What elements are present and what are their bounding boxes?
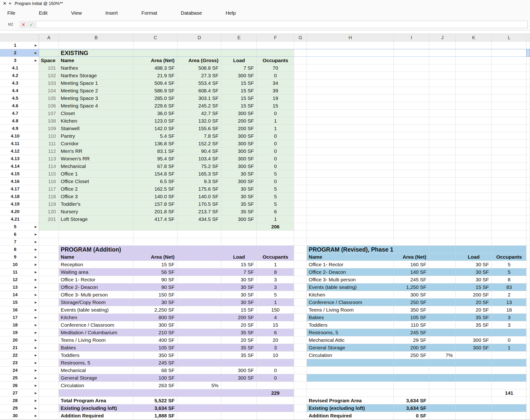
cell[interactable]: 20 SF — [456, 306, 492, 314]
cell[interactable]: 106 — [39, 102, 59, 110]
cell[interactable]: 3 — [492, 321, 527, 329]
row-header[interactable]: 4.17 — [0, 185, 39, 193]
cell[interactable]: 19 — [257, 94, 294, 102]
cell[interactable]: Narthex — [59, 64, 133, 72]
cell[interactable]: 508.8 SF — [177, 64, 221, 72]
cell[interactable]: 0 — [257, 367, 294, 374]
cell[interactable]: 0 — [257, 163, 294, 170]
cell[interactable]: 120 — [39, 208, 59, 215]
row-header[interactable]: 4.14 — [0, 163, 39, 170]
row-disclosure-icon[interactable]: ▶ — [35, 306, 37, 314]
cell[interactable]: 210 SF — [133, 329, 177, 336]
cell[interactable]: Office 3- Multi person — [307, 276, 394, 284]
cell[interactable]: 15 SF — [133, 261, 177, 268]
cell[interactable]: 35 SF — [221, 344, 257, 351]
cell[interactable]: 7 SF — [221, 268, 257, 276]
row-disclosure-icon[interactable]: ▶ — [35, 412, 37, 420]
cell[interactable]: 132.0 SF — [177, 117, 221, 125]
cell[interactable]: 104 — [39, 87, 59, 94]
cell[interactable]: 115 — [39, 170, 59, 178]
cell[interactable]: 0 — [257, 72, 294, 79]
cell[interactable]: 1 — [257, 261, 294, 268]
cell[interactable]: 111 — [39, 140, 59, 147]
row-disclosure-icon[interactable]: ▶ — [35, 261, 37, 268]
cell[interactable]: 140.0 SF — [177, 193, 221, 200]
selected-cell[interactable] — [527, 49, 530, 57]
cell[interactable]: 1 — [257, 299, 294, 306]
row-header[interactable]: 12▶ — [0, 276, 39, 284]
cell[interactable]: Revised Program Area — [307, 397, 394, 405]
cell[interactable]: 5 — [257, 170, 294, 178]
row-header[interactable]: 18▶ — [0, 321, 39, 329]
cell[interactable]: Name — [59, 253, 133, 261]
row-header[interactable]: 6▶ — [0, 231, 39, 238]
cell[interactable]: 0 — [257, 140, 294, 147]
cell[interactable]: 15 SF — [456, 284, 492, 291]
cell[interactable]: 5,522 SF — [133, 397, 177, 405]
cell[interactable]: Office 2- Deacon — [307, 268, 394, 276]
cell[interactable]: Women's RR — [59, 155, 133, 163]
cell[interactable]: 553.4 SF — [177, 79, 221, 87]
cell[interactable]: 105 — [39, 94, 59, 102]
cell[interactable]: 20 SF — [456, 299, 492, 306]
cell[interactable]: PROGRAM (Revised), Phase 1 — [307, 246, 394, 253]
row-header[interactable]: 4.12 — [0, 147, 39, 155]
cell[interactable]: 7% — [429, 351, 456, 359]
row-header[interactable]: 26▶ — [0, 382, 39, 389]
row-header[interactable]: 22▶ — [0, 351, 39, 359]
cell[interactable]: 95.4 SF — [133, 155, 177, 163]
cell[interactable]: 165.3 SF — [177, 170, 221, 178]
cell[interactable]: Meeting Space 4 — [59, 102, 133, 110]
row-disclosure-icon[interactable]: ▶ — [35, 268, 37, 276]
row-header[interactable]: 19▶ — [0, 329, 39, 336]
row-disclosure-icon[interactable]: ▶ — [35, 231, 37, 238]
column-header[interactable]: A — [39, 34, 59, 42]
cell[interactable]: 0 SF — [394, 412, 429, 420]
cell[interactable]: Meeting Space 3 — [59, 94, 133, 102]
row-disclosure-icon[interactable]: ▶ — [35, 253, 37, 261]
cell[interactable]: Space — [39, 57, 59, 64]
row-disclosure-icon[interactable]: ▶ — [35, 284, 37, 291]
cell[interactable]: 0 — [257, 132, 294, 140]
cell[interactable]: Office Closet — [59, 178, 133, 185]
cell[interactable]: 109 — [39, 125, 59, 132]
cell[interactable]: 4 — [257, 314, 294, 321]
cell[interactable]: Mechanical Attic — [307, 336, 394, 344]
cell[interactable]: 175.6 SF — [177, 185, 221, 193]
cell[interactable]: 107 — [39, 110, 59, 117]
cell[interactable]: 3 — [257, 284, 294, 291]
cell[interactable]: 300 SF — [456, 344, 492, 351]
cell[interactable]: 245.2 SF — [177, 102, 221, 110]
cell[interactable]: 300 SF — [133, 321, 177, 329]
cell[interactable]: 1 — [492, 344, 527, 351]
cell[interactable]: Corridor — [59, 140, 133, 147]
cell[interactable]: 34 — [257, 79, 294, 87]
cell[interactable]: 201.8 SF — [133, 208, 177, 215]
cell[interactable]: 0 — [492, 336, 527, 344]
row-header[interactable]: 4.6 — [0, 102, 39, 110]
cell[interactable]: Babies — [307, 314, 394, 321]
row-header[interactable]: 4.21 — [0, 215, 39, 223]
cell[interactable]: 6.5 SF — [133, 178, 177, 185]
cell[interactable]: 213.7 SF — [177, 208, 221, 215]
cell[interactable]: Mechanical — [59, 367, 133, 374]
cell[interactable]: Meditation / Columbarium — [59, 329, 133, 336]
row-disclosure-icon[interactable]: ▶ — [35, 389, 37, 397]
cell[interactable]: 1 — [257, 117, 294, 125]
column-header[interactable]: C — [133, 34, 177, 42]
cell[interactable]: 1 — [257, 215, 294, 223]
cell[interactable]: 105 SF — [394, 314, 429, 321]
row-header[interactable]: 10▶ — [0, 261, 39, 268]
cell[interactable]: 300 SF — [221, 155, 257, 163]
column-header[interactable]: I — [394, 34, 429, 42]
cell[interactable]: 300 SF — [221, 132, 257, 140]
row-header[interactable]: 4.3 — [0, 79, 39, 87]
cell[interactable]: 160 SF — [394, 261, 429, 268]
cell[interactable]: 30 SF — [456, 261, 492, 268]
cell[interactable]: 30 SF — [133, 299, 177, 306]
cell[interactable]: 154.8 SF — [133, 170, 177, 178]
row-header[interactable]: 3▶ — [0, 57, 39, 64]
cell[interactable]: 2,250 SF — [133, 306, 177, 314]
cell[interactable]: 5 — [492, 261, 527, 268]
row-header[interactable]: 23▶ — [0, 359, 39, 367]
